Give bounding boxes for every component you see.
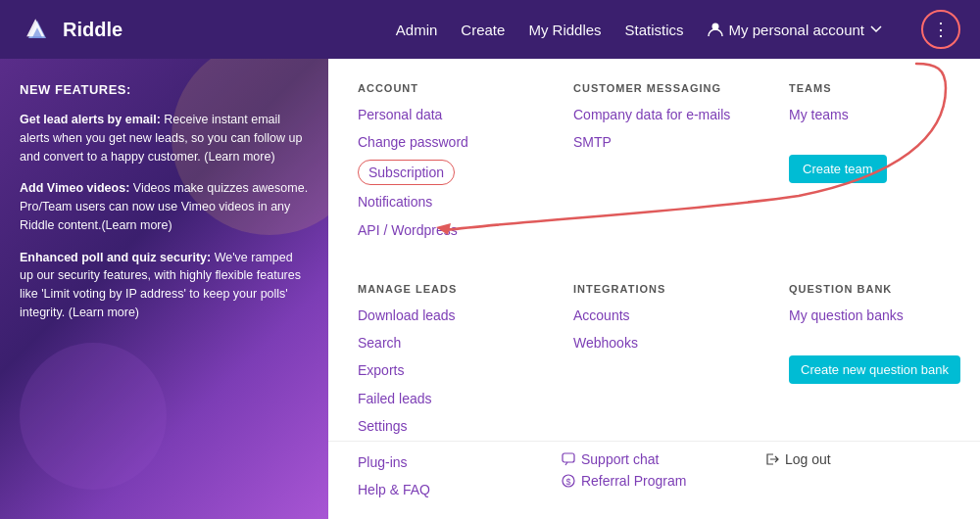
help-faq-link[interactable]: Help & FAQ: [358, 479, 562, 500]
manage-leads-title: MANAGE LEADS: [358, 283, 573, 295]
nav-admin[interactable]: Admin: [396, 22, 438, 38]
logo-text: Riddle: [63, 19, 122, 41]
logout-icon: [765, 452, 779, 466]
new-features-title: NEW FEATURES:: [20, 82, 309, 97]
notifications-link[interactable]: Notifications: [358, 191, 573, 212]
customer-messaging-title: CUSTOMER MESSAGING: [573, 82, 789, 94]
nav-create[interactable]: Create: [461, 22, 505, 38]
settings-link[interactable]: Settings: [358, 415, 573, 437]
my-question-banks-link[interactable]: My question banks: [789, 305, 980, 326]
account-title: ACCOUNT: [358, 82, 573, 94]
user-icon: [708, 22, 723, 37]
teams-section: TEAMS My teams Create team: [789, 82, 980, 263]
referral-icon: $: [562, 474, 575, 488]
subscription-link[interactable]: Subscription: [358, 160, 455, 185]
svg-text:$: $: [565, 477, 570, 487]
change-password-link[interactable]: Change password: [358, 131, 573, 153]
my-teams-link[interactable]: My teams: [789, 104, 980, 125]
bottom-col-1: Plug-ins Help & FAQ: [358, 451, 562, 507]
bottom-col-3: Log out: [765, 451, 951, 473]
feature-security: Enhanced poll and quiz security: We've r…: [20, 249, 309, 322]
nav-my-riddles[interactable]: My Riddles: [528, 22, 601, 38]
logo-icon: [20, 12, 55, 47]
question-bank-section: QUESTION BANK My question banks Create n…: [789, 283, 980, 460]
account-section: ACCOUNT Personal data Change password Su…: [358, 82, 573, 263]
download-leads-link[interactable]: Download leads: [358, 305, 573, 326]
teams-title: TEAMS: [789, 82, 980, 94]
company-data-link[interactable]: Company data for e-mails: [573, 104, 789, 125]
log-out-link[interactable]: Log out: [765, 451, 951, 467]
plugins-link[interactable]: Plug-ins: [358, 451, 562, 473]
accounts-link[interactable]: Accounts: [573, 305, 789, 326]
chevron-down-icon: [870, 25, 882, 33]
bottom-row: Plug-ins Help & FAQ Support chat $ Refer…: [328, 441, 980, 519]
create-question-bank-button[interactable]: Create new question bank: [789, 355, 960, 384]
personal-data-link[interactable]: Personal data: [358, 104, 573, 125]
svg-rect-4: [563, 453, 574, 462]
integrations-section: INTEGRATIONS Accounts Webhooks: [573, 283, 789, 460]
main-nav: Admin Create My Riddles Statistics My pe…: [396, 10, 960, 49]
more-options-button[interactable]: ⋮: [921, 10, 960, 49]
header: Riddle Admin Create My Riddles Statistic…: [0, 0, 980, 59]
logo[interactable]: Riddle: [20, 12, 122, 47]
smtp-link[interactable]: SMTP: [573, 131, 789, 153]
nav-statistics[interactable]: Statistics: [625, 22, 684, 38]
search-link[interactable]: Search: [358, 332, 573, 354]
customer-messaging-section: CUSTOMER MESSAGING Company data for e-ma…: [573, 82, 789, 263]
left-panel: NEW FEATURES: Get lead alerts by email: …: [0, 59, 328, 519]
api-wordpress-link[interactable]: API / Wordpress: [358, 219, 573, 241]
nav-account[interactable]: My personal account: [708, 22, 882, 38]
integrations-title: INTEGRATIONS: [573, 283, 789, 295]
manage-leads-section: MANAGE LEADS Download leads Search Expor…: [358, 283, 573, 460]
bottom-col-2: Support chat $ Referral Program: [562, 451, 765, 495]
account-label: My personal account: [729, 22, 864, 38]
failed-leads-link[interactable]: Failed leads: [358, 388, 573, 409]
feature-lead-alerts: Get lead alerts by email: Receive instan…: [20, 111, 309, 165]
create-team-button[interactable]: Create team: [789, 155, 887, 183]
feature-vimeo: Add Vimeo videos: Videos make quizzes aw…: [20, 179, 309, 234]
support-chat-link[interactable]: Support chat: [562, 451, 765, 467]
exports-link[interactable]: Exports: [358, 359, 573, 381]
referral-program-link[interactable]: $ Referral Program: [562, 473, 765, 489]
chat-icon: [562, 452, 575, 466]
webhooks-link[interactable]: Webhooks: [573, 332, 789, 354]
question-bank-title: QUESTION BANK: [789, 283, 980, 295]
